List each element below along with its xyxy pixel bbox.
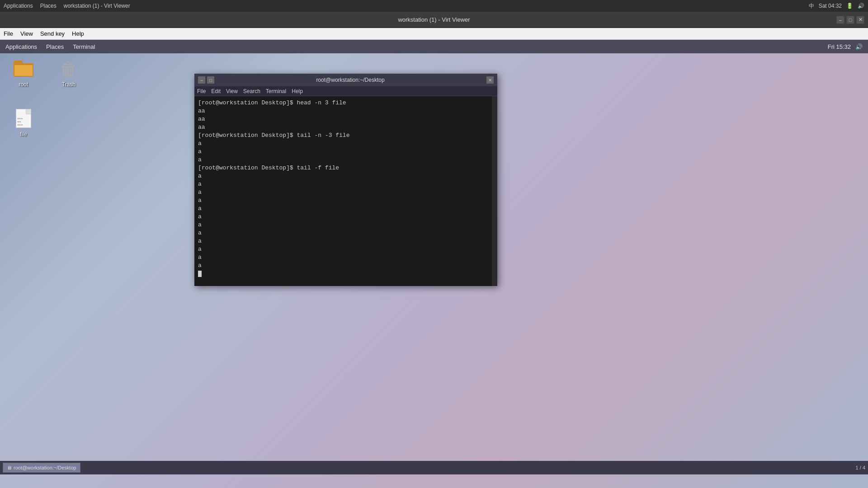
desktop-area: 西部开源 root 🗑 Trash ≡≡≡≡≡≡≡≡ bbox=[0, 53, 868, 474]
taskbar-terminal-item[interactable]: 🖥 root@workstation:~/Desktop bbox=[3, 463, 80, 473]
virt-menu-view[interactable]: View bbox=[20, 30, 33, 37]
virt-close-button[interactable]: ✕ bbox=[856, 16, 864, 24]
file-doc-icon: ≡≡≡≡≡≡≡≡ bbox=[13, 108, 34, 129]
desktop-icon-trash[interactable]: 🗑 Trash bbox=[51, 58, 87, 88]
desktop-icon-file[interactable]: ≡≡≡≡≡≡≡≡ file bbox=[5, 108, 42, 137]
virt-restore-button[interactable]: □ bbox=[846, 16, 854, 24]
host-volume-icon: 🔊 bbox=[858, 3, 864, 9]
terminal-line-3: aa bbox=[198, 115, 494, 123]
vm-desktop: Applications Places Terminal Fri 15:32 🔊… bbox=[0, 40, 868, 488]
terminal-line-2: aa bbox=[198, 107, 494, 115]
guest-time: Fri 15:32 bbox=[828, 43, 851, 50]
taskbar-page-indicator: 1 / 4 bbox=[856, 465, 865, 470]
virt-viewer-title: workstation (1) - Virt Viewer bbox=[398, 16, 470, 23]
terminal-restore-button[interactable]: □ bbox=[207, 76, 214, 84]
terminal-line-5: [root@workstation Desktop]$ tail -n -3 f… bbox=[198, 131, 494, 140]
trash-label: Trash bbox=[62, 81, 75, 88]
terminal-line-7: a bbox=[198, 148, 494, 156]
virt-menu-file[interactable]: File bbox=[4, 30, 13, 37]
terminal-line-19: a bbox=[198, 245, 494, 253]
terminal-line-1: [root@workstation Desktop]$ head -n 3 fi… bbox=[198, 99, 494, 107]
terminal-cursor bbox=[198, 271, 202, 277]
virt-viewer-titlebar: workstation (1) - Virt Viewer – □ ✕ bbox=[0, 12, 868, 28]
terminal-line-20: a bbox=[198, 253, 494, 262]
terminal-minimize-button[interactable]: – bbox=[198, 76, 205, 84]
virt-minimize-button[interactable]: – bbox=[836, 16, 844, 24]
guest-topbar: Applications Places Terminal Fri 15:32 🔊 bbox=[0, 40, 868, 53]
virt-viewer-menubar: File View Send key Help bbox=[0, 28, 868, 40]
taskbar-right: 1 / 4 bbox=[856, 465, 865, 470]
folder-icon bbox=[13, 58, 34, 80]
terminal-menu-search[interactable]: Search bbox=[243, 88, 260, 94]
guest-sound-icon: 🔊 bbox=[855, 43, 863, 50]
terminal-line-8: a bbox=[198, 156, 494, 164]
terminal-line-9: [root@workstation Desktop]$ tail -f file bbox=[198, 164, 494, 172]
terminal-title: root@workstation:~/Desktop bbox=[214, 77, 486, 83]
terminal-line-14: a bbox=[198, 205, 494, 213]
virt-menu-sendkey[interactable]: Send key bbox=[40, 30, 65, 37]
terminal-menu-file[interactable]: File bbox=[197, 88, 206, 94]
terminal-line-18: a bbox=[198, 237, 494, 245]
terminal-line-15: a bbox=[198, 213, 494, 221]
host-applications-menu[interactable]: Applications bbox=[4, 3, 33, 9]
terminal-line-17: a bbox=[198, 229, 494, 237]
terminal-window: – □ root@workstation:~/Desktop ✕ File Ed… bbox=[194, 74, 497, 286]
file-label: file bbox=[20, 131, 27, 137]
guest-taskbar: 🖥 root@workstation:~/Desktop 1 / 4 bbox=[0, 461, 868, 474]
terminal-line-6: a bbox=[198, 140, 494, 148]
trash-icon: 🗑 bbox=[58, 58, 80, 80]
host-places-menu[interactable]: Places bbox=[40, 3, 57, 9]
guest-places-menu[interactable]: Places bbox=[46, 43, 64, 50]
host-topbar: Applications Places workstation (1) - Vi… bbox=[0, 0, 868, 12]
taskbar-terminal-label: root@workstation:~/Desktop bbox=[14, 465, 76, 470]
terminal-close-button[interactable]: ✕ bbox=[486, 76, 494, 84]
terminal-line-13: a bbox=[198, 197, 494, 205]
terminal-content[interactable]: [root@workstation Desktop]$ head -n 3 fi… bbox=[194, 96, 497, 286]
host-window-title: workstation (1) - Virt Viewer bbox=[64, 3, 130, 9]
terminal-line-12: a bbox=[198, 188, 494, 197]
terminal-menubar: File Edit View Search Terminal Help bbox=[194, 86, 497, 96]
terminal-line-11: a bbox=[198, 180, 494, 188]
host-battery-icon: 🔋 bbox=[846, 3, 853, 9]
terminal-cursor-line bbox=[198, 270, 494, 278]
host-time: Sat 04:32 bbox=[819, 3, 842, 9]
guest-terminal-menu[interactable]: Terminal bbox=[73, 43, 95, 50]
terminal-menu-view[interactable]: View bbox=[226, 88, 238, 94]
root-folder-label: root bbox=[19, 81, 28, 88]
terminal-line-10: a bbox=[198, 172, 494, 180]
guest-applications-menu[interactable]: Applications bbox=[5, 43, 37, 50]
taskbar-terminal-icon: 🖥 bbox=[7, 465, 12, 470]
terminal-menu-help[interactable]: Help bbox=[292, 88, 303, 94]
terminal-menu-edit[interactable]: Edit bbox=[211, 88, 221, 94]
terminal-line-21: a bbox=[198, 262, 494, 270]
terminal-line-16: a bbox=[198, 221, 494, 229]
terminal-titlebar: – □ root@workstation:~/Desktop ✕ bbox=[194, 74, 497, 86]
host-network-icon: 中 bbox=[809, 2, 814, 10]
terminal-menu-terminal[interactable]: Terminal bbox=[266, 88, 286, 94]
desktop-icon-root[interactable]: root bbox=[5, 58, 42, 88]
terminal-line-4: aa bbox=[198, 123, 494, 131]
virt-menu-help[interactable]: Help bbox=[72, 30, 84, 37]
terminal-scrollbar[interactable] bbox=[492, 96, 497, 286]
